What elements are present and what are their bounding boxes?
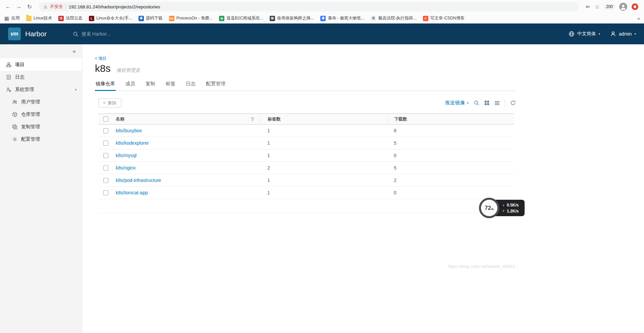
pulls-count: 5: [388, 165, 514, 171]
profile-avatar[interactable]: [619, 3, 627, 11]
repo-link[interactable]: k8s/mysql: [116, 153, 137, 158]
row-checkbox[interactable]: [103, 165, 108, 171]
bookmark-label: 徐亮偉架构师之路...: [277, 15, 314, 21]
push-image-button[interactable]: 推送镜像 ▾: [445, 100, 469, 106]
sidebar-item-label: 项目: [15, 62, 24, 68]
sidebar-item-users[interactable]: 用户管理: [0, 96, 82, 108]
key-icon[interactable]: [585, 4, 591, 9]
repo-link[interactable]: k8s/pod-infrastructure: [116, 178, 161, 183]
bookmark-favicon: 源: [139, 16, 144, 21]
refresh-icon[interactable]: [510, 100, 516, 106]
tab-replication[interactable]: 复制: [145, 79, 156, 91]
sidebar-item-replications[interactable]: 复制管理: [0, 121, 82, 133]
row-checkbox[interactable]: [103, 178, 108, 183]
tab-labels[interactable]: 标签: [165, 79, 176, 91]
select-all-checkbox[interactable]: [103, 116, 108, 122]
bookmark-apps[interactable]: ▦ 应用: [4, 15, 20, 21]
sidebar-item-label: 仓库管理: [21, 111, 40, 117]
sidebar-item-projects[interactable]: 项目: [0, 58, 82, 71]
list-view-icon[interactable]: [494, 100, 500, 106]
filter-icon[interactable]: [251, 117, 255, 121]
column-header-pulls[interactable]: 下载数: [388, 114, 514, 124]
table-row: k8s/busybox 1 8: [98, 125, 514, 137]
page-title: k8s: [95, 63, 111, 74]
bookmark-favicon: 法: [58, 16, 64, 21]
search-input[interactable]: [82, 31, 222, 37]
column-header-name[interactable]: 名称: [116, 116, 124, 122]
sidebar-item-label: 用户管理: [21, 99, 40, 105]
repo-link[interactable]: k8s/nginx: [116, 165, 136, 171]
bookmark-favicon: M: [219, 16, 224, 21]
progress-circle[interactable]: 72 %: [479, 198, 499, 218]
sidebar-item-administration[interactable]: 系统管理 ▾: [0, 83, 82, 96]
tags-count: 1: [259, 153, 388, 158]
address-url[interactable]: 192.168.81.240/harbor/projects/2/reposit…: [69, 4, 160, 9]
table-search-icon[interactable]: [474, 100, 479, 106]
bookmark-item[interactable]: 法 法院云盘: [58, 15, 83, 21]
forward-icon[interactable]: →: [14, 2, 23, 11]
security-warning-icon: ⚠: [44, 4, 48, 9]
bookmark-star-icon[interactable]: ☆: [595, 3, 600, 10]
sidebar-collapse-button[interactable]: «: [0, 44, 82, 58]
bookmark-item[interactable]: Linux技术: [26, 15, 52, 21]
bookmark-favicon: 最: [371, 16, 376, 21]
row-checkbox[interactable]: [103, 128, 108, 133]
tab-logs[interactable]: 日志: [185, 79, 196, 91]
bookmarks-overflow-icon[interactable]: »: [637, 16, 640, 21]
tab-configuration[interactable]: 配置管理: [205, 79, 226, 91]
close-icon: ×: [103, 100, 106, 105]
tab-members[interactable]: 成员: [125, 79, 136, 91]
repo-link[interactable]: k8s/tomcat-app: [116, 190, 148, 195]
bookmark-item[interactable]: L Linux命令大全(手...: [89, 15, 132, 21]
chevron-down-icon: ▾: [75, 88, 76, 91]
folder-icon: [26, 16, 32, 21]
row-checkbox[interactable]: [103, 141, 108, 146]
tags-count: 1: [259, 190, 388, 195]
bookmark-item[interactable]: On ProcessOn - 免费...: [169, 15, 213, 21]
bookmark-label: Linux技术: [34, 15, 52, 21]
sidebar-item-logs[interactable]: 日志: [0, 71, 82, 83]
row-checkbox[interactable]: [103, 190, 108, 195]
app-title[interactable]: Harbor: [25, 30, 47, 38]
sidebar-item-configuration[interactable]: 配置管理: [0, 133, 82, 145]
card-view-icon[interactable]: [484, 100, 489, 105]
user-icon: [610, 31, 616, 37]
table-row: k8s/nginx 2 5: [98, 162, 514, 174]
bookmark-label: 写文章-CSDN博客: [430, 15, 465, 21]
global-search[interactable]: [73, 31, 222, 37]
user-menu[interactable]: admin ▾: [610, 31, 636, 37]
address-bar[interactable]: ⚠ 不安全 | 192.168.81.240/harbor/projects/2…: [39, 2, 579, 11]
delete-label: 删除: [108, 100, 117, 106]
project-role-badge: 项目管理员: [116, 67, 140, 74]
table-header: 名称 标签数 下载数: [98, 113, 514, 125]
bookmark-item[interactable]: 幕 幕布 - 极简大纲笔...: [320, 15, 364, 21]
pulls-count: 0: [388, 153, 514, 158]
reload-icon[interactable]: ↻: [25, 2, 34, 11]
bookmark-item[interactable]: M 逍遥B2C商城系统...: [219, 15, 263, 21]
header-actions: 中文简体 ▾ admin ▾: [569, 31, 636, 37]
bookmark-item[interactable]: C 写文章-CSDN博客: [423, 15, 465, 21]
back-icon[interactable]: ←: [3, 2, 13, 11]
repo-link[interactable]: k8s/busybox: [116, 128, 142, 133]
row-checkbox[interactable]: [103, 153, 108, 158]
bookmark-item[interactable]: 最 最高法院-执行指挥...: [371, 15, 417, 21]
tab-bar: 镜像仓库 成员 复制 标签 日志 配置管理: [95, 79, 516, 91]
breadcrumb-back-link[interactable]: < 项目: [95, 56, 106, 61]
bookmark-favicon: 徐: [270, 16, 275, 21]
vmware-logo[interactable]: vm: [8, 28, 21, 40]
bookmark-item[interactable]: 源 源码下载: [139, 15, 163, 21]
bookmarks-bar: ▦ 应用 Linux技术 法 法院云盘 L Linux命令大全(手... 源 源…: [0, 13, 644, 23]
apps-grid-icon: ▦: [4, 16, 9, 21]
sidebar-item-registries[interactable]: 仓库管理: [0, 108, 82, 121]
tab-repositories[interactable]: 镜像仓库: [95, 79, 116, 91]
delete-button[interactable]: × 删除: [98, 98, 121, 107]
repo-link[interactable]: k8s/kodexplorer: [116, 140, 149, 146]
net-speed-widget[interactable]: ▲ 0.5K/s ▼ 1.2K/s 72 %: [479, 197, 527, 220]
extension-badge[interactable]: 200: [604, 4, 615, 10]
copy-icon: [12, 124, 17, 130]
security-label[interactable]: 不安全: [50, 4, 63, 10]
column-header-tags[interactable]: 标签数: [259, 114, 388, 124]
bookmark-item[interactable]: 徐 徐亮偉架构师之路...: [270, 15, 314, 21]
language-menu[interactable]: 中文简体 ▾: [569, 31, 600, 37]
download-manager-icon[interactable]: [631, 3, 639, 10]
